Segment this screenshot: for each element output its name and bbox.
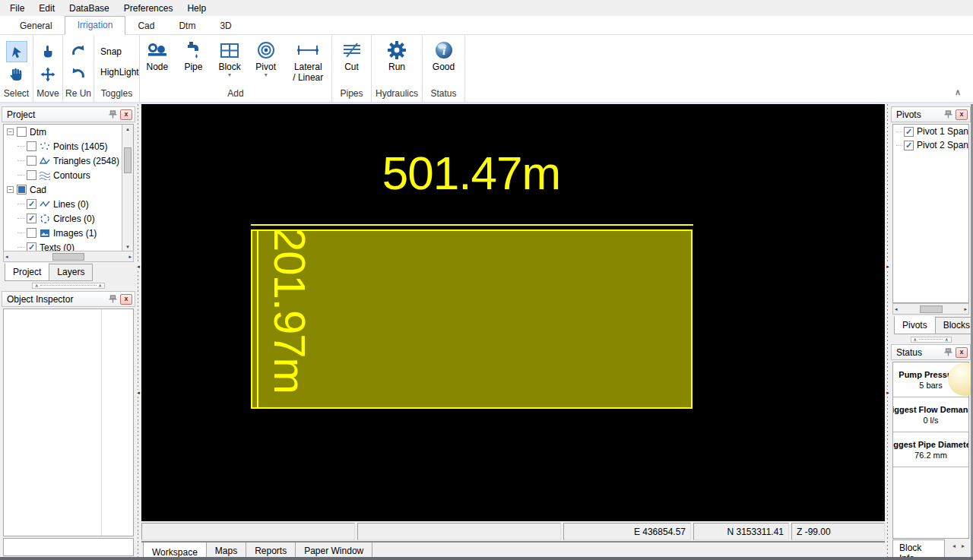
object-inspector-pin-icon[interactable] <box>106 293 119 305</box>
pivot-dropdown-caret-icon[interactable]: ▾ <box>265 73 268 78</box>
tab-scroll-right-icon[interactable]: ▸ <box>962 543 965 549</box>
tab-pivots[interactable]: Pivots <box>894 316 936 334</box>
object-inspector-content[interactable] <box>3 308 134 536</box>
tab-general[interactable]: General <box>8 17 65 35</box>
tab-cad[interactable]: Cad <box>125 17 166 35</box>
pivots-hscrollbar[interactable]: ◂ ▸ <box>892 303 969 315</box>
scroll-thumb[interactable] <box>920 305 943 313</box>
pivot-1-label[interactable]: Pivot 1 Spans <box>917 126 968 137</box>
tree-node-images[interactable]: Images (1) <box>4 226 133 240</box>
object-inspector-column-divider[interactable] <box>101 309 102 536</box>
drawing-canvas[interactable]: 501.47m 201.97m <box>141 104 885 521</box>
move-button[interactable] <box>37 64 59 85</box>
tab-layers[interactable]: Layers <box>49 264 93 281</box>
dtm-collapse-icon[interactable]: − <box>7 128 14 135</box>
add-lateral-button[interactable]: Lateral / Linear <box>285 38 332 88</box>
cad-label[interactable]: Cad <box>30 185 46 195</box>
scroll-up-icon[interactable]: ▴ <box>126 126 129 131</box>
project-tree-vscrollbar[interactable]: ▴ ▾ <box>122 125 133 251</box>
status-close-button[interactable]: x <box>956 347 968 358</box>
collapse-left-icon[interactable]: ◂ <box>135 264 141 270</box>
add-node-button[interactable]: Node <box>140 38 175 88</box>
tab-dtm[interactable]: Dtm <box>166 17 208 35</box>
tab-blocks[interactable]: Blocks <box>935 317 973 334</box>
images-label[interactable]: Images (1) <box>53 228 97 239</box>
menu-help[interactable]: Help <box>180 1 214 16</box>
tree-node-triangles[interactable]: Triangles (2548) <box>4 153 133 168</box>
pivot-2-row[interactable]: ✓ Pivot 2 Spans <box>893 138 968 152</box>
right-dock-splitter[interactable]: ∧ ∧ <box>891 336 971 343</box>
tree-node-cad[interactable]: − Cad <box>4 182 133 197</box>
pan-hand-button[interactable] <box>6 64 27 85</box>
lines-checkbox[interactable]: ✓ <box>27 199 36 209</box>
pivot-1-row[interactable]: ✓ Pivot 1 Spans <box>893 125 968 138</box>
menu-preferences[interactable]: Preferences <box>117 1 181 16</box>
scroll-thumb[interactable] <box>52 253 84 261</box>
tab-project[interactable]: Project <box>5 263 49 281</box>
scroll-right-icon[interactable]: ▸ <box>128 254 132 259</box>
pivot-1-checkbox[interactable]: ✓ <box>904 127 914 137</box>
pivot-2-label[interactable]: Pivot 2 Spans <box>917 140 968 150</box>
pivots-pin-icon[interactable] <box>942 109 954 120</box>
tree-node-lines[interactable]: ✓ Lines (0) <box>4 197 133 211</box>
left-dock-splitter[interactable]: ∧ ∧ <box>2 282 135 289</box>
field-block-rect[interactable] <box>251 229 693 409</box>
triangles-checkbox[interactable] <box>27 156 36 166</box>
tab-irrigation[interactable]: Irrigation <box>65 16 126 35</box>
tree-node-points[interactable]: Points (1405) <box>4 139 133 153</box>
left-splitter-bar[interactable]: ◂ ◂ <box>135 104 141 560</box>
scroll-right-icon[interactable]: ▸ <box>964 306 967 312</box>
project-pin-icon[interactable] <box>106 109 119 120</box>
circles-checkbox[interactable]: ✓ <box>27 214 36 223</box>
scroll-down-icon[interactable]: ▾ <box>126 244 129 249</box>
menu-edit[interactable]: Edit <box>32 1 62 16</box>
triangles-label[interactable]: Triangles (2548) <box>53 156 119 166</box>
right-splitter-bar[interactable]: ▸ ▸ <box>885 104 891 560</box>
add-pivot-button[interactable]: Pivot ▾ <box>249 38 284 88</box>
circles-label[interactable]: Circles (0) <box>53 214 95 224</box>
scroll-left-icon[interactable]: ◂ <box>895 306 898 312</box>
contours-label[interactable]: Contours <box>53 170 90 181</box>
contours-checkbox[interactable] <box>27 170 36 180</box>
object-inspector-close-button[interactable]: x <box>120 294 132 305</box>
ribbon-collapse-chevron-icon[interactable]: ∧ <box>955 87 961 97</box>
images-checkbox[interactable] <box>27 228 36 238</box>
menu-file[interactable]: File <box>3 1 32 16</box>
project-tree-hscrollbar[interactable]: ◂ ▸ <box>3 251 134 262</box>
tab-scroll-left-icon[interactable]: ◂ <box>952 543 956 549</box>
lines-label[interactable]: Lines (0) <box>53 199 89 210</box>
dtm-checkbox[interactable] <box>17 127 27 137</box>
tree-node-texts[interactable]: ✓ Texts (0) <box>4 240 133 252</box>
dtm-label[interactable]: Dtm <box>30 127 46 138</box>
highlight-toggle[interactable]: HighLight <box>100 67 139 78</box>
collapse-left-icon[interactable]: ◂ <box>135 390 141 396</box>
scroll-left-icon[interactable]: ◂ <box>5 254 8 259</box>
redo-button[interactable] <box>68 41 89 62</box>
snap-toggle[interactable]: Snap <box>100 46 122 57</box>
menu-database[interactable]: DataBase <box>62 1 117 16</box>
run-button[interactable]: Run <box>379 38 414 88</box>
undo-button[interactable] <box>68 64 89 85</box>
points-label[interactable]: Points (1405) <box>53 141 107 152</box>
cad-collapse-icon[interactable]: − <box>7 186 14 193</box>
collapse-right-icon[interactable]: ▸ <box>885 390 891 396</box>
pivots-close-button[interactable]: x <box>956 109 968 120</box>
status-good-button[interactable]: i Good <box>426 38 461 88</box>
collapse-right-icon[interactable]: ▸ <box>885 264 891 270</box>
add-pipe-button[interactable]: Pipe <box>176 38 211 88</box>
tree-node-contours[interactable]: Contours <box>4 168 133 182</box>
tree-node-circles[interactable]: ✓ Circles (0) <box>4 211 133 226</box>
pivot-2-checkbox[interactable]: ✓ <box>904 141 914 150</box>
cut-button[interactable]: Cut <box>334 38 369 88</box>
status-pin-icon[interactable] <box>942 346 954 358</box>
points-checkbox[interactable] <box>27 141 36 151</box>
project-close-button[interactable]: x <box>120 109 132 120</box>
scroll-thumb[interactable] <box>124 147 132 173</box>
select-cursor-button[interactable] <box>6 41 27 62</box>
add-block-button[interactable]: Block ▾ <box>212 38 247 88</box>
point-select-button[interactable] <box>37 41 59 62</box>
tree-node-dtm[interactable]: − Dtm <box>4 125 133 139</box>
tab-3d[interactable]: 3D <box>208 17 243 35</box>
block-dropdown-caret-icon[interactable]: ▾ <box>228 73 231 78</box>
cad-checkbox[interactable] <box>17 185 27 195</box>
